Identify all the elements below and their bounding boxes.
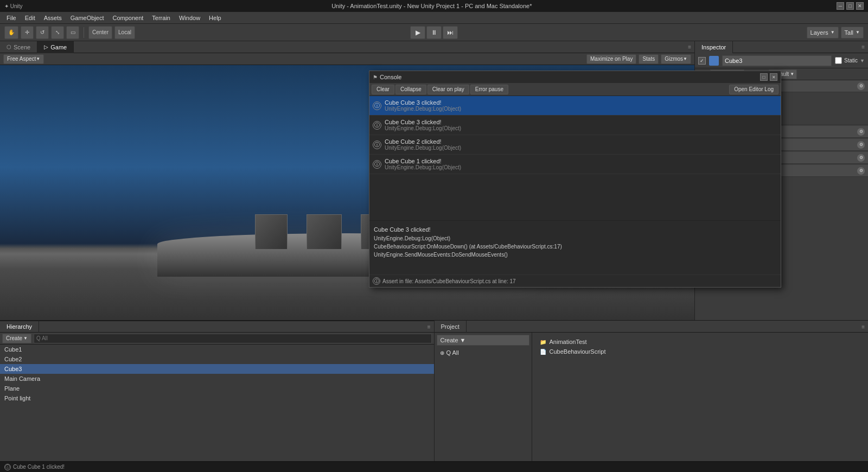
log-text-0: Cube Cube 3 clicked! UnityEngine.Debug:L… — [385, 99, 461, 112]
hierarchy-create-button[interactable]: Create ▼ — [2, 334, 31, 343]
center-pivot-button[interactable]: Center — [88, 26, 112, 39]
console-detail-line2: UnityEngine.Debug:Log(Object) — [374, 234, 776, 243]
mesh-filter-gear-icon[interactable]: ⚙ — [857, 128, 865, 136]
inspector-tab[interactable]: Inspector — [695, 41, 733, 53]
hierarchy-section: Hierarchy ≡ Create ▼ Cube1 Cube2 Cube3 M — [0, 321, 435, 461]
console-toolbar: Clear Collapse Clear on play Error pause… — [369, 83, 781, 96]
project-animation-test[interactable]: 📁 AnimationTest — [537, 337, 864, 347]
hierarchy-item-plane[interactable]: Plane — [0, 384, 434, 393]
console-close-btn[interactable]: ✕ — [770, 73, 777, 81]
object-name-input[interactable] — [722, 55, 832, 66]
console-open-editor-btn[interactable]: Open Editor Log — [729, 85, 778, 94]
viewport-right-controls: Maximize on Play Stats Gizmos ▼ — [586, 54, 691, 64]
hierarchy-search-input[interactable] — [34, 334, 432, 343]
hierarchy-item-cube3[interactable]: Cube3 — [0, 364, 434, 374]
static-dropdown-arrow[interactable]: ▼ — [860, 58, 865, 63]
log-text-2: Cube Cube 2 clicked! UnityEngine.Debug:L… — [385, 138, 461, 151]
project-tab[interactable]: Project — [435, 321, 467, 333]
hierarchy-collapse-btn[interactable]: ≡ — [427, 324, 431, 330]
project-content: Create ▼ ⊕ Q All 📁 AnimationTest 📄 CubeB… — [435, 333, 869, 461]
menu-edit[interactable]: Edit — [21, 14, 40, 22]
menu-component[interactable]: Component — [108, 14, 148, 22]
console-error-pause-btn[interactable]: Error pause — [470, 85, 508, 94]
scene-tab[interactable]: ⬡ Scene — [0, 41, 37, 53]
console-status-icon: ⓘ — [373, 277, 380, 285]
toolbar: ✋ ✛ ↺ ⤡ ▭ Center Local ▶ ⏸ ⏭ Layers ▼ Ta… — [0, 24, 868, 41]
project-create-btn[interactable]: Create ▼ — [437, 335, 529, 346]
transform-gear-icon[interactable]: ⚙ — [857, 82, 865, 90]
maximize-on-play-btn[interactable]: Maximize on Play — [586, 54, 636, 64]
viewport-collapse-btn[interactable]: ≡ — [688, 44, 691, 50]
move-tool-button[interactable]: ✛ — [21, 26, 34, 39]
pause-button[interactable]: ⏸ — [426, 26, 442, 39]
project-cube-script[interactable]: 📄 CubeBehaviourScript — [537, 347, 864, 356]
hierarchy-list: Cube1 Cube2 Cube3 Main Camera Plane Poin… — [0, 345, 434, 461]
console-clear-btn[interactable]: Clear — [372, 85, 394, 94]
minimize-button[interactable]: ─ — [837, 2, 844, 10]
hierarchy-item-main-camera[interactable]: Main Camera — [0, 374, 434, 384]
play-button[interactable]: ▶ — [410, 26, 425, 39]
layout-dropdown-arrow: ▼ — [856, 30, 860, 35]
console-status-text: Assert in file: Assets/CubeBehaviourScri… — [382, 278, 516, 284]
status-icon: ⓘ — [4, 464, 11, 470]
menu-file[interactable]: File — [2, 14, 21, 22]
hierarchy-tab-item[interactable]: Hierarchy — [0, 321, 39, 333]
project-left-panel: Create ▼ ⊕ Q All — [435, 333, 532, 461]
static-checkbox[interactable] — [835, 57, 842, 64]
layout-dropdown[interactable]: Tall ▼ — [841, 27, 864, 39]
project-collapse-btn[interactable]: ≡ — [861, 324, 865, 330]
log-item-0[interactable]: ⓘ Cube Cube 3 clicked! UnityEngine.Debug… — [369, 96, 781, 116]
console-title: Console — [380, 74, 758, 80]
log-icon-2: ⓘ — [373, 141, 381, 149]
log-icon-1: ⓘ — [373, 121, 381, 130]
title-bar-controls: ─ □ ✕ — [837, 2, 864, 10]
create-dropdown-arrow: ▼ — [23, 336, 28, 341]
gizmos-btn[interactable]: Gizmos ▼ — [661, 54, 691, 64]
project-area: Project ≡ Create ▼ ⊕ Q All — [435, 321, 869, 461]
menu-gameobject[interactable]: GameObject — [66, 14, 108, 22]
maximize-button[interactable]: □ — [846, 2, 854, 10]
menu-help[interactable]: Help — [205, 14, 226, 22]
rect-tool-button[interactable]: ▭ — [66, 26, 79, 39]
menu-terrain[interactable]: Terrain — [148, 14, 175, 22]
scale-tool-button[interactable]: ⤡ — [51, 26, 64, 39]
hierarchy-item-point-light[interactable]: Point light — [0, 393, 434, 403]
status-message: Cube Cube 1 clicked! — [13, 464, 65, 470]
rotate-tool-button[interactable]: ↺ — [36, 26, 49, 39]
cube2-object — [307, 214, 342, 250]
step-button[interactable]: ⏭ — [443, 26, 458, 39]
menu-assets[interactable]: Assets — [40, 14, 66, 22]
close-button[interactable]: ✕ — [856, 2, 864, 10]
console-detail-line4: UnityEngine.SendMouseEvents:DoSendMouseE… — [374, 251, 776, 259]
project-all-btn[interactable]: ⊕ Q All — [437, 348, 529, 358]
toolbar-separator-1 — [84, 27, 84, 38]
console-titlebar: ⚑ Console □ ✕ — [369, 71, 781, 83]
console-collapse-btn[interactable]: Collapse — [395, 85, 426, 94]
script-gear-icon[interactable]: ⚙ — [857, 167, 865, 175]
log-item-1[interactable]: ⓘ Cube Cube 3 clicked! UnityEngine.Debug… — [369, 116, 781, 135]
hand-tool-button[interactable]: ✋ — [4, 26, 18, 39]
inspector-collapse-btn[interactable]: ≡ — [861, 44, 865, 50]
local-global-button[interactable]: Local — [114, 26, 135, 39]
console-detail-line1: Cube Cube 3 clicked! — [374, 225, 776, 234]
log-text-1: Cube Cube 3 clicked! UnityEngine.Debug:L… — [385, 119, 461, 131]
layers-dropdown-arrow: ▼ — [831, 30, 835, 35]
free-aspect-dropdown[interactable]: Free Aspect ▼ — [3, 54, 44, 64]
mesh-renderer-gear-icon[interactable]: ⚙ — [857, 141, 865, 149]
box-collider-gear-icon[interactable]: ⚙ — [857, 154, 865, 162]
title-bar-title: Unity - AnimationTest.unity - New Unity … — [27, 3, 837, 9]
log-item-3[interactable]: ⓘ Cube Cube 1 clicked! UnityEngine.Debug… — [369, 155, 781, 174]
console-restore-btn[interactable]: □ — [760, 73, 768, 81]
menu-window[interactable]: Window — [175, 14, 205, 22]
console-clear-on-play-btn[interactable]: Clear on play — [427, 85, 469, 94]
hierarchy-item-cube1[interactable]: Cube1 — [0, 345, 434, 354]
log-item-2[interactable]: ⓘ Cube Cube 2 clicked! UnityEngine.Debug… — [369, 135, 781, 155]
stats-btn[interactable]: Stats — [639, 54, 659, 64]
object-active-checkbox[interactable]: ✓ — [698, 57, 706, 65]
layers-dropdown[interactable]: Layers ▼ — [807, 27, 839, 39]
hierarchy-item-cube2[interactable]: Cube2 — [0, 354, 434, 364]
game-tab[interactable]: ▷ Game — [37, 41, 74, 53]
hierarchy-toolbar: Create ▼ — [0, 333, 434, 345]
status-bar: ⓘ Cube Cube 1 clicked! — [0, 461, 868, 472]
log-icon-0: ⓘ — [373, 101, 381, 110]
